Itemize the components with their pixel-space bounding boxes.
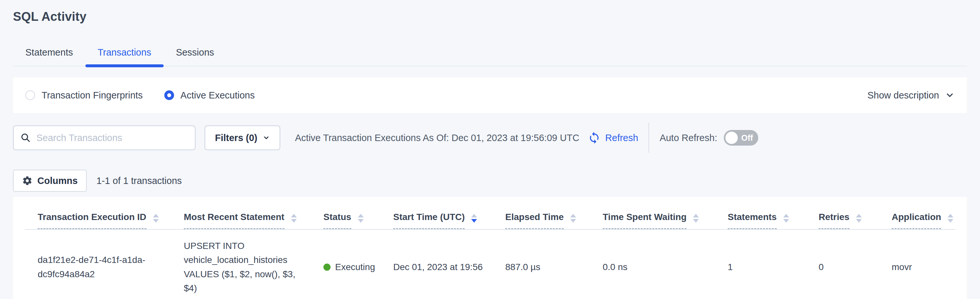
tab-sessions[interactable]: Sessions (164, 47, 227, 66)
status-label: Executing (335, 260, 375, 274)
cell-time-spent-waiting: 0.0 ns (603, 260, 728, 274)
tab-statements[interactable]: Statements (13, 47, 85, 66)
toggle-state-label: Off (741, 133, 753, 143)
table-header-row: Transaction Execution ID Most Recent Sta… (25, 197, 955, 230)
cell-retries: 0 (819, 260, 892, 274)
col-header-retries: Retries (819, 212, 892, 229)
auto-refresh-label: Auto Refresh: (660, 133, 717, 143)
tabbar: Statements Transactions Sessions (13, 47, 967, 66)
tab-transactions[interactable]: Transactions (85, 47, 164, 66)
col-header-transaction-execution-id: Transaction Execution ID (38, 212, 184, 229)
col-header-statements: Statements (728, 212, 819, 229)
sort-icon[interactable] (153, 214, 159, 222)
radio-label: Active Executions (181, 90, 255, 101)
refresh-button[interactable]: Refresh (588, 131, 638, 144)
filters-button[interactable]: Filters (0) (205, 125, 280, 150)
col-header-application: Application (892, 212, 961, 229)
chevron-down-icon (263, 134, 270, 141)
executing-status-dot-icon (323, 264, 331, 271)
cell-application: movr (892, 260, 955, 274)
col-header-most-recent-statement: Most Recent Statement (184, 212, 323, 229)
gear-icon (22, 176, 32, 186)
sort-icon[interactable] (291, 214, 297, 222)
search-input[interactable] (37, 133, 188, 143)
as-of-timestamp: Active Transaction Executions As Of: Dec… (295, 133, 579, 143)
chevron-down-icon (945, 90, 955, 100)
col-header-start-time: Start Time (UTC) (393, 212, 505, 229)
show-description-button[interactable]: Show description (867, 90, 955, 101)
radio-selected-icon[interactable] (164, 90, 174, 100)
sort-icon[interactable] (570, 214, 576, 222)
sort-icon[interactable] (856, 214, 862, 222)
cell-status: Executing (323, 260, 393, 274)
search-icon (20, 132, 31, 143)
controls-row: Filters (0) Active Transaction Execution… (13, 123, 967, 153)
sort-icon[interactable] (358, 214, 364, 222)
sort-icon[interactable] (693, 214, 699, 222)
sql-activity-page: SQL Activity Statements Transactions Ses… (0, 10, 980, 299)
search-box[interactable] (13, 125, 196, 150)
cell-transaction-execution-id[interactable]: da1f21e2-de71-4c1f-a1da-dc9fc94a84a2 (38, 253, 177, 281)
vertical-divider (649, 123, 649, 153)
radio-unselected-icon[interactable] (25, 90, 35, 100)
refresh-label: Refresh (605, 133, 638, 143)
show-description-label: Show description (867, 90, 939, 101)
table-row[interactable]: da1f21e2-de71-4c1f-a1da-dc9fc94a84a2 UPS… (25, 230, 955, 299)
columns-button-label: Columns (37, 176, 78, 186)
transactions-table: Transaction Execution ID Most Recent Sta… (13, 197, 967, 299)
cell-start-time: Dec 01, 2023 at 19:56 (393, 260, 505, 274)
auto-refresh-control: Auto Refresh: Off (660, 130, 758, 146)
col-header-elapsed-time: Elapsed Time (505, 212, 603, 229)
radio-active-executions[interactable]: Active Executions (164, 90, 255, 101)
results-row: Columns 1-1 of 1 transactions (13, 169, 967, 192)
cell-statements: 1 (728, 260, 819, 274)
radio-transaction-fingerprints[interactable]: Transaction Fingerprints (25, 90, 143, 101)
page-title: SQL Activity (13, 10, 967, 24)
toggle-knob (725, 132, 738, 144)
radio-label: Transaction Fingerprints (41, 90, 143, 101)
filters-label: Filters (0) (215, 133, 258, 143)
col-header-time-spent-waiting: Time Spent Waiting (603, 212, 728, 229)
sort-icon-active-desc[interactable] (471, 214, 477, 222)
col-header-status: Status (323, 212, 393, 229)
view-mode-panel: Transaction Fingerprints Active Executio… (13, 77, 967, 113)
cell-elapsed-time: 887.0 µs (505, 260, 603, 274)
sort-icon[interactable] (948, 214, 953, 222)
columns-button[interactable]: Columns (13, 169, 87, 192)
cell-most-recent-statement: UPSERT INTO vehicle_location_histories V… (184, 239, 320, 296)
auto-refresh-toggle[interactable]: Off (724, 130, 758, 146)
sort-icon[interactable] (783, 214, 789, 222)
refresh-icon (588, 131, 601, 144)
result-count: 1-1 of 1 transactions (97, 176, 182, 186)
